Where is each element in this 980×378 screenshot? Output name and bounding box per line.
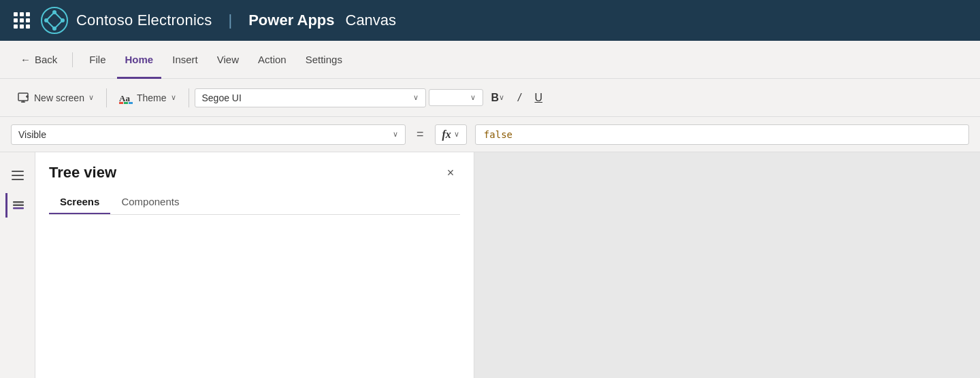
main-content: Tree view × Screens Components [0,152,980,378]
file-menu[interactable]: File [81,50,114,69]
font-size-dropdown[interactable]: ∨ [429,89,483,106]
insert-menu[interactable]: Insert [164,50,206,69]
canvas-label: Canvas [346,12,397,29]
underline-label: U [535,92,543,104]
theme-icon: Aa [119,92,133,104]
svg-point-4 [44,18,48,22]
close-icon: × [447,166,455,180]
hamburger-icon [12,171,24,180]
fx-icon: fx [442,128,451,141]
property-label: Visible [18,129,389,140]
new-screen-button[interactable]: New screen ∨ [11,88,101,108]
tab-screens[interactable]: Screens [49,190,110,215]
home-menu[interactable]: Home [117,50,162,69]
tree-panel: Tree view × Screens Components [35,152,474,378]
svg-rect-12 [124,102,128,104]
theme-label: Theme [137,92,167,103]
underline-button[interactable]: U [529,88,549,107]
header-logo: Contoso Electronics [41,7,212,34]
svg-rect-15 [13,205,24,207]
svg-rect-13 [129,102,133,104]
svg-rect-11 [119,102,123,104]
app-launcher-icon[interactable] [14,12,30,29]
theme-button[interactable]: Aa Theme ∨ [112,88,183,108]
new-screen-label: New screen [34,92,84,103]
new-screen-chevron-icon: ∨ [88,93,94,102]
layers-icon [12,199,25,212]
menu-separator-1 [72,52,73,67]
fx-button[interactable]: fx ∨ [435,124,467,145]
tree-header: Tree view × [35,152,474,182]
svg-rect-14 [13,201,24,203]
new-screen-icon [18,92,30,104]
formula-value[interactable]: false [475,124,969,145]
bold-label: B [491,92,500,104]
equals-sign: = [414,127,427,141]
sidebar-left [0,152,35,378]
tree-title: Tree view [49,164,116,182]
toolbar-separator-1 [106,88,107,107]
toolbar: New screen ∨ Aa Theme ∨ Segoe UI ∨ ∨ B ∨… [0,79,980,117]
font-dropdown[interactable]: Segoe UI ∨ [195,88,426,107]
tree-close-button[interactable]: × [441,163,460,182]
svg-point-2 [61,18,65,22]
header-divider: | [228,12,232,29]
product-label: Power Apps [248,12,334,29]
formula-bar: Visible ∨ = fx ∨ false [0,117,980,152]
back-label: Back [35,54,57,65]
italic-label: / [518,92,521,104]
hamburger-menu-button[interactable] [5,163,30,188]
app-name-label: Contoso Electronics [76,12,212,29]
svg-point-3 [52,27,56,31]
italic-button[interactable]: / [512,88,526,107]
font-size-chevron-icon: ∨ [470,93,476,102]
back-button[interactable]: ← Back [14,50,64,69]
fx-chevron-icon: ∨ [454,130,459,139]
tab-components[interactable]: Components [110,190,190,215]
svg-rect-16 [13,207,24,209]
font-chevron-icon: ∨ [413,93,419,102]
action-menu[interactable]: Action [250,50,295,69]
property-dropdown[interactable]: Visible ∨ [11,124,406,145]
tree-tab-border [49,214,460,215]
contoso-logo-icon [41,7,68,34]
property-chevron-icon: ∨ [393,130,398,139]
bold-button[interactable]: B ∨ [486,88,510,107]
header-bar: Contoso Electronics | Power Apps Canvas [0,0,980,41]
theme-chevron-icon: ∨ [171,93,176,102]
layers-button[interactable] [5,193,30,218]
back-arrow-icon: ← [20,54,31,65]
canvas-area [474,152,980,378]
settings-menu[interactable]: Settings [297,50,350,69]
bold-chevron-icon: ∨ [499,93,504,102]
menu-bar: ← Back File Home Insert View Action Sett… [0,41,980,79]
font-label: Segoe UI [202,92,409,103]
svg-point-1 [52,10,56,14]
svg-text:Aa: Aa [119,93,130,103]
tree-tabs: Screens Components [35,182,474,214]
toolbar-separator-2 [189,88,189,107]
view-menu[interactable]: View [209,50,247,69]
